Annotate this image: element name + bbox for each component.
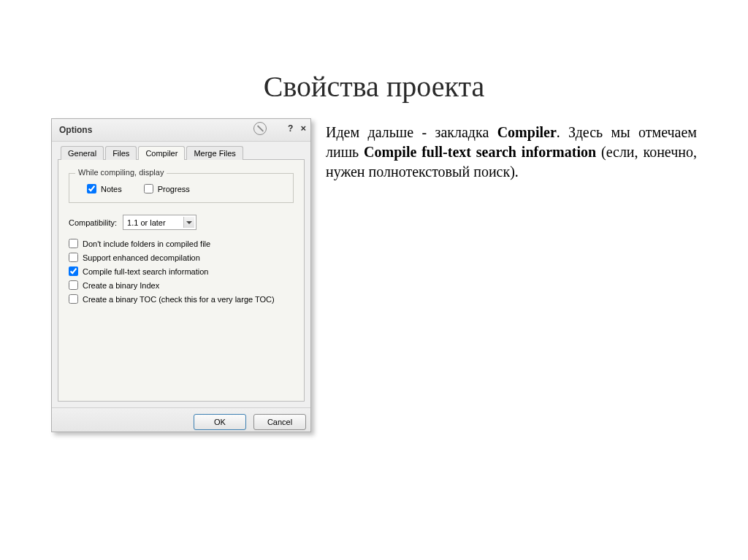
- checkbox-enhanced-decomp-label: Support enhanced decompilation: [83, 253, 200, 262]
- help-button[interactable]: ?: [288, 123, 293, 134]
- tab-general[interactable]: General: [61, 146, 104, 160]
- titlebar: Options ? ×: [52, 119, 310, 142]
- compatibility-label: Compatibility:: [69, 218, 117, 227]
- checkbox-fulltext-input[interactable]: [69, 266, 78, 276]
- close-button[interactable]: ×: [300, 123, 306, 134]
- checkbox-fulltext[interactable]: Compile full-text search information: [69, 266, 294, 276]
- tab-files[interactable]: Files: [105, 146, 137, 160]
- checkbox-notes[interactable]: Notes: [87, 184, 122, 193]
- checkbox-binary-index-input[interactable]: [69, 280, 78, 290]
- group-legend: While compiling, display: [75, 168, 167, 177]
- tab-merge-files[interactable]: Merge Files: [186, 146, 243, 160]
- options-dialog: Options ? × General Files Compiler Merge…: [51, 118, 311, 432]
- chevron-down-icon: [183, 217, 194, 228]
- checkbox-no-folders-input[interactable]: [69, 239, 78, 248]
- checkbox-binary-toc[interactable]: Create a binary TOC (check this for a ve…: [69, 294, 294, 304]
- dialog-title: Options: [59, 125, 92, 135]
- checkbox-no-folders-label: Don't include folders in compiled file: [83, 239, 210, 248]
- compatibility-dropdown[interactable]: 1.1 or later: [123, 215, 196, 230]
- checkbox-enhanced-decomp[interactable]: Support enhanced decompilation: [69, 253, 294, 262]
- checkbox-fulltext-label: Compile full-text search information: [83, 267, 208, 276]
- tab-panel: While compiling, display Notes Progress: [58, 160, 305, 402]
- checkbox-progress-input[interactable]: [144, 184, 153, 193]
- tab-compiler[interactable]: Compiler: [138, 146, 185, 160]
- cancel-button[interactable]: Cancel: [253, 414, 306, 430]
- checkbox-binary-index-label: Create a binary Index: [83, 281, 159, 290]
- body-b2: Compile full-text search information: [364, 144, 596, 160]
- body-b1: Compiler: [497, 124, 557, 140]
- checkbox-notes-label: Notes: [101, 185, 122, 193]
- checkbox-no-folders[interactable]: Don't include folders in compiled file: [69, 239, 294, 248]
- checkbox-enhanced-decomp-input[interactable]: [69, 253, 78, 262]
- checkbox-notes-input[interactable]: [87, 184, 96, 193]
- checkbox-progress-label: Progress: [158, 185, 190, 193]
- ok-button[interactable]: OK: [194, 414, 246, 430]
- checkbox-binary-toc-label: Create a binary TOC (check this for a ve…: [83, 295, 275, 304]
- tabstrip: General Files Compiler Merge Files: [58, 142, 305, 160]
- slide-title: Свойства проекта: [0, 69, 748, 104]
- body-text: Идем дальше - закладка Compiler. Здесь м…: [311, 118, 697, 182]
- checkbox-progress[interactable]: Progress: [144, 184, 190, 193]
- body-pre: Идем дальше - закладка: [326, 124, 497, 140]
- checkbox-binary-toc-input[interactable]: [69, 294, 78, 304]
- options-list: Don't include folders in compiled file S…: [69, 239, 294, 304]
- button-row: OK Cancel: [52, 407, 310, 431]
- group-while-compiling: While compiling, display Notes Progress: [69, 173, 294, 203]
- blocked-icon: [253, 122, 267, 135]
- compatibility-value: 1.1 or later: [127, 218, 166, 227]
- checkbox-binary-index[interactable]: Create a binary Index: [69, 280, 294, 290]
